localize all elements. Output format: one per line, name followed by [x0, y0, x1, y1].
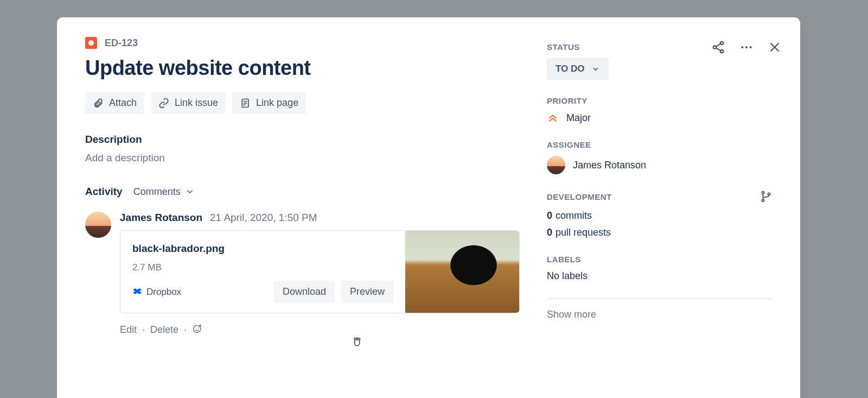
labels-value[interactable]: No labels [547, 270, 772, 282]
labels-label: LABELS [547, 255, 772, 264]
svg-point-14 [194, 325, 201, 332]
pull-requests-line[interactable]: 0pull requests [547, 227, 772, 238]
share-icon[interactable] [711, 40, 725, 54]
svg-point-0 [720, 42, 723, 45]
page-icon [240, 98, 251, 109]
issue-header: ED-123 [85, 37, 520, 49]
priority-major-icon [547, 112, 559, 124]
comment-actions: Edit · Delete · [120, 323, 520, 337]
comment-body: James Rotanson 21 April, 2020, 1:50 PM b… [120, 212, 520, 337]
description-heading: Description [85, 134, 520, 146]
comment-edit-button[interactable]: Edit [120, 324, 137, 336]
add-reaction-button[interactable] [192, 323, 203, 337]
activity-header: Activity Comments [85, 186, 520, 198]
action-row: Attach Link issue Link page [85, 92, 520, 114]
attachment-bottom: Dropbox Download Preview [132, 281, 393, 303]
priority-label: PRIORITY [547, 96, 772, 105]
development-label: DEVELOPMENT [547, 192, 612, 201]
show-more-button[interactable]: Show more [547, 309, 772, 320]
comment-delete-button[interactable]: Delete [150, 324, 178, 336]
prs-count: 0 [547, 227, 552, 238]
assignee-label: ASSIGNEE [547, 140, 772, 149]
issue-modal: ED-123 Update website content Attach Lin… [57, 17, 800, 398]
activity-tab-comments[interactable]: Comments [133, 186, 195, 198]
dropbox-icon [132, 287, 142, 297]
svg-point-16 [198, 328, 199, 328]
chevron-down-icon [185, 187, 195, 197]
svg-point-7 [750, 46, 752, 48]
svg-point-6 [745, 46, 748, 48]
svg-line-3 [716, 44, 720, 47]
status-value: TO DO [556, 64, 585, 74]
comment: James Rotanson 21 April, 2020, 1:50 PM b… [85, 212, 520, 337]
close-icon[interactable] [768, 40, 782, 54]
svg-point-20 [762, 199, 764, 201]
commits-label: commits [556, 210, 592, 221]
issue-key[interactable]: ED-123 [105, 37, 138, 49]
priority-value: Major [566, 112, 591, 124]
svg-point-19 [762, 192, 764, 194]
paperclip-icon [93, 98, 104, 109]
side-column: STATUS TO DO PRIORITY Major ASSIGNEE Jam… [547, 37, 772, 398]
issue-type-icon [85, 37, 97, 49]
comment-meta: James Rotanson 21 April, 2020, 1:50 PM [120, 212, 520, 224]
activity-tab-label: Comments [133, 186, 181, 198]
emoji-add-icon [192, 323, 203, 334]
assignee-field[interactable]: James Rotanson [547, 156, 772, 174]
svg-point-21 [768, 193, 770, 195]
svg-point-2 [720, 50, 723, 53]
status-dropdown[interactable]: TO DO [547, 58, 609, 80]
attachment-card: black-labrador.png 2.7 MB Dropbox Downlo… [120, 230, 520, 313]
attachment-source[interactable]: Dropbox [132, 287, 181, 298]
svg-point-5 [741, 46, 743, 48]
attach-button[interactable]: Attach [85, 92, 144, 114]
svg-point-1 [713, 46, 716, 48]
comment-timestamp: 21 April, 2020, 1:50 PM [210, 212, 317, 224]
link-issue-label: Link issue [175, 97, 218, 109]
attachment-info: black-labrador.png 2.7 MB Dropbox Downlo… [120, 231, 405, 313]
prs-label: pull requests [556, 227, 611, 238]
attachment-size: 2.7 MB [132, 262, 393, 273]
svg-line-4 [716, 48, 720, 50]
commits-count: 0 [547, 210, 552, 221]
download-button[interactable]: Download [274, 281, 335, 303]
branch-icon[interactable] [760, 191, 772, 203]
chevron-down-icon [591, 65, 600, 73]
activity-heading: Activity [85, 186, 123, 198]
attachment-source-label: Dropbox [146, 287, 181, 298]
link-page-button[interactable]: Link page [232, 92, 306, 114]
description-placeholder[interactable]: Add a description [85, 152, 520, 164]
assignee-avatar [547, 156, 565, 174]
attachment-thumbnail[interactable] [405, 231, 519, 313]
svg-point-15 [195, 328, 196, 328]
priority-field[interactable]: Major [547, 112, 772, 124]
divider [547, 298, 772, 299]
assignee-value: James Rotanson [573, 160, 646, 171]
issue-title[interactable]: Update website content [85, 56, 520, 80]
attachment-filename[interactable]: black-labrador.png [132, 243, 393, 255]
main-column: ED-123 Update website content Attach Lin… [85, 37, 520, 398]
link-icon [158, 98, 169, 109]
comment-author[interactable]: James Rotanson [120, 212, 202, 224]
link-issue-button[interactable]: Link issue [151, 92, 226, 114]
attach-label: Attach [109, 97, 137, 109]
development-block: 0commits 0pull requests [547, 210, 772, 238]
commits-line[interactable]: 0commits [547, 210, 772, 222]
more-icon[interactable] [739, 40, 754, 54]
link-page-label: Link page [256, 97, 298, 109]
comment-avatar[interactable] [85, 212, 111, 238]
preview-button[interactable]: Preview [341, 281, 393, 303]
header-actions [711, 40, 782, 54]
development-header: DEVELOPMENT [547, 191, 772, 203]
